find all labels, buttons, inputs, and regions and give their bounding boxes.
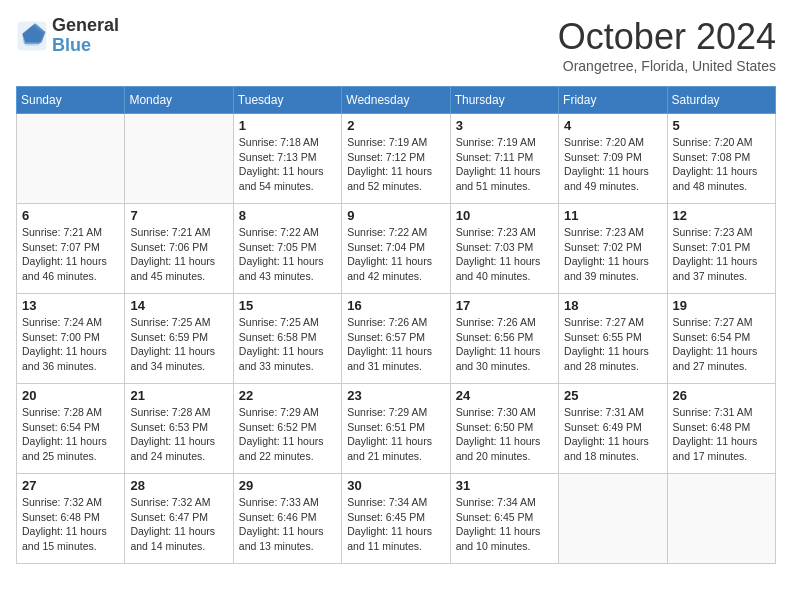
day-number: 5 [673,118,770,133]
day-info: Sunrise: 7:31 AM Sunset: 6:49 PM Dayligh… [564,405,661,464]
calendar-cell: 14Sunrise: 7:25 AM Sunset: 6:59 PM Dayli… [125,294,233,384]
day-number: 26 [673,388,770,403]
weekday-header: Sunday [17,87,125,114]
calendar-cell: 16Sunrise: 7:26 AM Sunset: 6:57 PM Dayli… [342,294,450,384]
day-number: 27 [22,478,119,493]
day-info: Sunrise: 7:21 AM Sunset: 7:06 PM Dayligh… [130,225,227,284]
day-info: Sunrise: 7:22 AM Sunset: 7:05 PM Dayligh… [239,225,336,284]
day-number: 4 [564,118,661,133]
calendar-cell: 30Sunrise: 7:34 AM Sunset: 6:45 PM Dayli… [342,474,450,564]
day-number: 11 [564,208,661,223]
calendar-cell: 10Sunrise: 7:23 AM Sunset: 7:03 PM Dayli… [450,204,558,294]
day-info: Sunrise: 7:23 AM Sunset: 7:03 PM Dayligh… [456,225,553,284]
day-number: 6 [22,208,119,223]
calendar-week-row: 27Sunrise: 7:32 AM Sunset: 6:48 PM Dayli… [17,474,776,564]
day-number: 23 [347,388,444,403]
day-info: Sunrise: 7:19 AM Sunset: 7:11 PM Dayligh… [456,135,553,194]
day-number: 31 [456,478,553,493]
calendar-cell: 31Sunrise: 7:34 AM Sunset: 6:45 PM Dayli… [450,474,558,564]
day-number: 3 [456,118,553,133]
weekday-header: Tuesday [233,87,341,114]
day-number: 1 [239,118,336,133]
day-info: Sunrise: 7:24 AM Sunset: 7:00 PM Dayligh… [22,315,119,374]
day-info: Sunrise: 7:28 AM Sunset: 6:54 PM Dayligh… [22,405,119,464]
day-number: 28 [130,478,227,493]
day-info: Sunrise: 7:19 AM Sunset: 7:12 PM Dayligh… [347,135,444,194]
calendar-cell: 8Sunrise: 7:22 AM Sunset: 7:05 PM Daylig… [233,204,341,294]
day-info: Sunrise: 7:31 AM Sunset: 6:48 PM Dayligh… [673,405,770,464]
calendar-cell: 20Sunrise: 7:28 AM Sunset: 6:54 PM Dayli… [17,384,125,474]
calendar-cell: 22Sunrise: 7:29 AM Sunset: 6:52 PM Dayli… [233,384,341,474]
calendar-cell: 2Sunrise: 7:19 AM Sunset: 7:12 PM Daylig… [342,114,450,204]
calendar-cell: 17Sunrise: 7:26 AM Sunset: 6:56 PM Dayli… [450,294,558,384]
day-info: Sunrise: 7:34 AM Sunset: 6:45 PM Dayligh… [347,495,444,554]
day-number: 18 [564,298,661,313]
calendar-week-row: 6Sunrise: 7:21 AM Sunset: 7:07 PM Daylig… [17,204,776,294]
day-info: Sunrise: 7:32 AM Sunset: 6:47 PM Dayligh… [130,495,227,554]
logo-text: General Blue [52,16,119,56]
logo: General Blue [16,16,119,56]
day-info: Sunrise: 7:25 AM Sunset: 6:58 PM Dayligh… [239,315,336,374]
day-info: Sunrise: 7:26 AM Sunset: 6:56 PM Dayligh… [456,315,553,374]
weekday-header: Monday [125,87,233,114]
day-info: Sunrise: 7:28 AM Sunset: 6:53 PM Dayligh… [130,405,227,464]
day-number: 17 [456,298,553,313]
day-info: Sunrise: 7:29 AM Sunset: 6:52 PM Dayligh… [239,405,336,464]
calendar-cell: 24Sunrise: 7:30 AM Sunset: 6:50 PM Dayli… [450,384,558,474]
calendar-cell: 12Sunrise: 7:23 AM Sunset: 7:01 PM Dayli… [667,204,775,294]
day-info: Sunrise: 7:25 AM Sunset: 6:59 PM Dayligh… [130,315,227,374]
day-number: 16 [347,298,444,313]
calendar-cell: 19Sunrise: 7:27 AM Sunset: 6:54 PM Dayli… [667,294,775,384]
day-number: 20 [22,388,119,403]
day-info: Sunrise: 7:20 AM Sunset: 7:08 PM Dayligh… [673,135,770,194]
calendar-cell: 28Sunrise: 7:32 AM Sunset: 6:47 PM Dayli… [125,474,233,564]
day-info: Sunrise: 7:33 AM Sunset: 6:46 PM Dayligh… [239,495,336,554]
title-block: October 2024 Orangetree, Florida, United… [558,16,776,74]
calendar-cell: 21Sunrise: 7:28 AM Sunset: 6:53 PM Dayli… [125,384,233,474]
day-number: 12 [673,208,770,223]
calendar-cell: 27Sunrise: 7:32 AM Sunset: 6:48 PM Dayli… [17,474,125,564]
calendar-week-row: 1Sunrise: 7:18 AM Sunset: 7:13 PM Daylig… [17,114,776,204]
day-number: 15 [239,298,336,313]
month-title: October 2024 [558,16,776,58]
day-number: 30 [347,478,444,493]
calendar-cell: 23Sunrise: 7:29 AM Sunset: 6:51 PM Dayli… [342,384,450,474]
calendar-cell: 18Sunrise: 7:27 AM Sunset: 6:55 PM Dayli… [559,294,667,384]
calendar-week-row: 20Sunrise: 7:28 AM Sunset: 6:54 PM Dayli… [17,384,776,474]
day-info: Sunrise: 7:32 AM Sunset: 6:48 PM Dayligh… [22,495,119,554]
calendar-cell: 1Sunrise: 7:18 AM Sunset: 7:13 PM Daylig… [233,114,341,204]
day-number: 9 [347,208,444,223]
day-number: 8 [239,208,336,223]
day-info: Sunrise: 7:23 AM Sunset: 7:01 PM Dayligh… [673,225,770,284]
calendar-cell: 5Sunrise: 7:20 AM Sunset: 7:08 PM Daylig… [667,114,775,204]
day-info: Sunrise: 7:34 AM Sunset: 6:45 PM Dayligh… [456,495,553,554]
weekday-header: Friday [559,87,667,114]
day-info: Sunrise: 7:21 AM Sunset: 7:07 PM Dayligh… [22,225,119,284]
weekday-header: Saturday [667,87,775,114]
day-number: 29 [239,478,336,493]
location: Orangetree, Florida, United States [558,58,776,74]
calendar-cell: 15Sunrise: 7:25 AM Sunset: 6:58 PM Dayli… [233,294,341,384]
calendar-cell: 6Sunrise: 7:21 AM Sunset: 7:07 PM Daylig… [17,204,125,294]
calendar-cell: 11Sunrise: 7:23 AM Sunset: 7:02 PM Dayli… [559,204,667,294]
calendar-cell [125,114,233,204]
calendar-cell: 7Sunrise: 7:21 AM Sunset: 7:06 PM Daylig… [125,204,233,294]
day-number: 10 [456,208,553,223]
day-info: Sunrise: 7:22 AM Sunset: 7:04 PM Dayligh… [347,225,444,284]
day-info: Sunrise: 7:18 AM Sunset: 7:13 PM Dayligh… [239,135,336,194]
day-number: 21 [130,388,227,403]
day-info: Sunrise: 7:23 AM Sunset: 7:02 PM Dayligh… [564,225,661,284]
day-number: 25 [564,388,661,403]
day-info: Sunrise: 7:29 AM Sunset: 6:51 PM Dayligh… [347,405,444,464]
day-info: Sunrise: 7:30 AM Sunset: 6:50 PM Dayligh… [456,405,553,464]
day-info: Sunrise: 7:26 AM Sunset: 6:57 PM Dayligh… [347,315,444,374]
calendar-cell [559,474,667,564]
calendar-table: SundayMondayTuesdayWednesdayThursdayFrid… [16,86,776,564]
calendar-cell [667,474,775,564]
calendar-cell: 13Sunrise: 7:24 AM Sunset: 7:00 PM Dayli… [17,294,125,384]
day-number: 7 [130,208,227,223]
calendar-cell: 25Sunrise: 7:31 AM Sunset: 6:49 PM Dayli… [559,384,667,474]
day-number: 22 [239,388,336,403]
calendar-cell [17,114,125,204]
calendar-cell: 26Sunrise: 7:31 AM Sunset: 6:48 PM Dayli… [667,384,775,474]
